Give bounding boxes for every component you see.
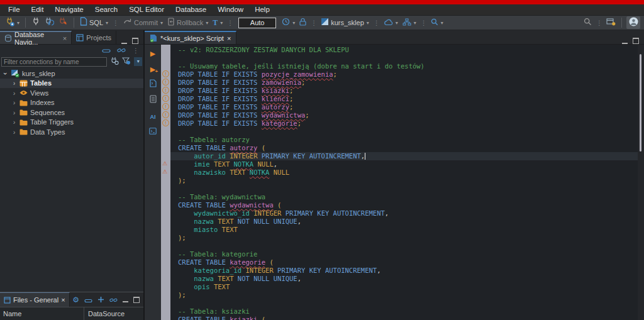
execute-script-icon[interactable]: ▶+: [150, 63, 155, 74]
code-line[interactable]: nazwa TEXT NOT NULL UNIQUE,: [178, 275, 638, 283]
chevron-right-icon[interactable]: ›: [11, 99, 17, 106]
code-line[interactable]: -- v2: ROZSZERZONY ZESTAW DANYCH DLA SKL…: [178, 46, 638, 54]
toolbar-overflow-dots[interactable]: ⋮: [374, 19, 379, 26]
code-lines[interactable]: -- v2: ROZSZERZONY ZESTAW DANYCH DLA SKL…: [170, 45, 638, 320]
code-line[interactable]: );: [178, 234, 638, 242]
tree-item-tables[interactable]: ›Tables: [0, 79, 143, 89]
code-line[interactable]: -- Tabela: wydawnictwa: [178, 193, 638, 201]
code-line[interactable]: DROP TABLE IF EXISTS zamowienia;: [178, 79, 638, 87]
error-marker-icon[interactable]: !: [162, 79, 169, 86]
close-icon[interactable]: ×: [61, 296, 65, 304]
code-line[interactable]: );: [178, 177, 638, 185]
filter-connections-input[interactable]: [1, 57, 107, 67]
tree-item-indexes[interactable]: ›Indexes: [0, 98, 143, 108]
object-search-button[interactable]: ▾: [430, 16, 445, 30]
code-line[interactable]: nazwa TEXT NOT NULL UNIQUE,: [178, 218, 638, 226]
menu-item-window[interactable]: Window: [212, 4, 249, 15]
link-with-editor-icon[interactable]: [117, 45, 126, 56]
code-line[interactable]: DROP TABLE IF EXISTS ksiazki;: [178, 87, 638, 95]
chevron-down-icon[interactable]: ▾: [292, 20, 295, 26]
code-line[interactable]: opis TEXT: [178, 283, 638, 291]
code-line[interactable]: CREATE TABLE wydawnictwa (: [178, 201, 638, 209]
code-line[interactable]: );: [178, 291, 638, 299]
menu-item-search[interactable]: Search: [89, 4, 123, 15]
code-line[interactable]: [178, 185, 638, 193]
view-menu-icon[interactable]: ⋮: [133, 47, 138, 54]
code-line[interactable]: -- Tabela: autorzy: [178, 136, 638, 144]
code-line[interactable]: DROP TABLE IF EXISTS autorzy;: [178, 103, 638, 111]
menu-item-sql-editor[interactable]: SQL Editor: [123, 4, 170, 15]
tab-database-navigator[interactable]: Database Navig... ×: [0, 31, 72, 44]
code-line[interactable]: DROP TABLE IF EXISTS pozycje_zamowienia;: [178, 70, 638, 79]
tree-item-table-triggers[interactable]: ›Table Triggers: [0, 118, 143, 128]
expand-plus-icon[interactable]: [97, 294, 104, 306]
code-line[interactable]: [178, 299, 638, 307]
error-marker-icon[interactable]: !: [162, 103, 169, 110]
code-line[interactable]: -- Tabela: kategorie: [178, 250, 638, 258]
code-line[interactable]: DROP TABLE IF EXISTS wydawnictwa;: [178, 111, 638, 119]
script-output-icon[interactable]: [150, 94, 157, 106]
lock-button[interactable]: [298, 16, 308, 30]
connect-button[interactable]: [30, 16, 42, 30]
error-marker-icon[interactable]: !: [162, 87, 169, 94]
plug-filter-icon[interactable]: [110, 56, 119, 67]
tree-item-views[interactable]: ›Views: [0, 88, 143, 98]
sql-editor-button[interactable]: SQL ▾: [79, 16, 109, 30]
transaction-log-button[interactable]: ▾: [280, 16, 296, 30]
new-connection-button[interactable]: ▾: [4, 16, 21, 30]
tree-item-data-types[interactable]: ›Data Types: [0, 127, 143, 137]
chevron-down-icon[interactable]: ▾: [220, 20, 223, 26]
warning-marker-icon[interactable]: ⚠: [162, 160, 167, 167]
chevron-down-icon[interactable]: ▾: [414, 20, 416, 26]
tab-sql-script[interactable]: *<kurs_sklep> Script ×: [145, 31, 236, 44]
toolbar-overflow-dots[interactable]: ⋮: [113, 19, 118, 26]
close-icon[interactable]: ×: [227, 35, 231, 42]
column-header-datasource[interactable]: DataSource: [84, 310, 125, 317]
collapse-all-icon[interactable]: [102, 45, 111, 56]
chevron-right-icon[interactable]: ›: [11, 79, 17, 87]
menu-item-help[interactable]: Help: [249, 4, 275, 15]
chevron-down-icon[interactable]: ▾: [367, 20, 369, 26]
transaction-mode-button[interactable]: T ▾: [211, 17, 224, 29]
code-line[interactable]: nazwisko TEXT NOTKA NULL: [178, 168, 638, 177]
open-perspective-button[interactable]: [605, 16, 617, 30]
error-marker-icon[interactable]: !: [162, 70, 169, 77]
code-line[interactable]: imie TEXT NOTKA NULL,: [178, 160, 638, 168]
filter-dropdown-icon[interactable]: ▾: [134, 57, 142, 66]
sql-template-icon[interactable]: [150, 79, 157, 90]
disconnect-button[interactable]: [57, 16, 69, 30]
editor-scrollbar[interactable]: [638, 45, 644, 320]
error-marker-icon[interactable]: !: [162, 95, 169, 102]
chevron-down-icon[interactable]: ▾: [441, 20, 443, 26]
menu-item-edit[interactable]: Edit: [26, 4, 50, 15]
execute-statement-icon[interactable]: ▶: [150, 47, 155, 58]
network-profile-selector[interactable]: ▾: [401, 16, 418, 30]
chevron-down-icon[interactable]: ›: [2, 70, 9, 76]
chevron-down-icon[interactable]: ▾: [106, 20, 108, 26]
ai-assistant-icon[interactable]: AI: [150, 110, 156, 121]
toolbar-overflow-dots[interactable]: ⋮: [421, 19, 426, 26]
open-sql-console-icon[interactable]: [149, 126, 157, 137]
maximize-icon[interactable]: [633, 38, 639, 44]
chevron-down-icon[interactable]: ▾: [206, 20, 208, 26]
link-icon[interactable]: [109, 294, 118, 306]
code-line[interactable]: DROP TABLE IF EXISTS klienci;: [178, 95, 638, 103]
code-line[interactable]: -- Tabela: ksiazki: [178, 307, 638, 316]
menu-item-database[interactable]: Database: [170, 4, 212, 15]
tab-files-general[interactable]: Files - General ×: [0, 292, 70, 307]
error-marker-icon[interactable]: !: [162, 111, 169, 118]
tree-item-kurs-sklep[interactable]: ›kurs_sklep: [0, 69, 143, 79]
reconnect-button[interactable]: [43, 16, 55, 30]
toolbar-overflow-dots[interactable]: ⋮: [227, 19, 233, 26]
chevron-down-icon[interactable]: ▾: [17, 20, 19, 26]
chevron-right-icon[interactable]: ›: [11, 109, 17, 116]
code-line[interactable]: autor_id INTEGER PRIMARY KEY AUTOINCREME…: [170, 152, 638, 160]
menu-item-file[interactable]: File: [3, 4, 26, 15]
active-catalog-selector[interactable]: ▾: [382, 16, 399, 30]
toolbar-overflow-dots[interactable]: ⋮: [311, 19, 316, 26]
chevron-right-icon[interactable]: ›: [11, 89, 17, 97]
maximize-icon[interactable]: [132, 38, 138, 44]
code-line[interactable]: [178, 54, 638, 62]
user-account-button[interactable]: [626, 16, 640, 29]
code-line[interactable]: -- Usuwamy tabele, jeśli istnieją (dobre…: [178, 62, 638, 70]
